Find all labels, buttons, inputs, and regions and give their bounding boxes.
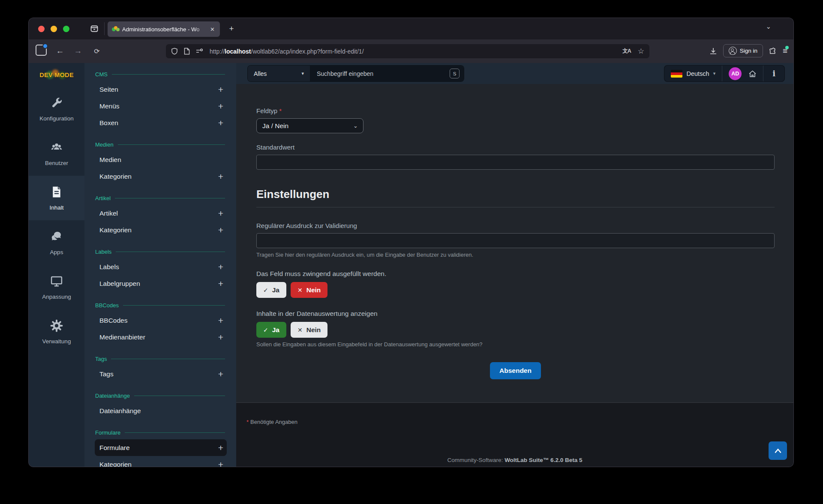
menu-item-medienanbieter[interactable]: Medienanbieter+: [95, 329, 227, 345]
menu-section-labels: LabelsLabels+Labelgruppen+: [84, 247, 236, 292]
menu-add-icon[interactable]: +: [218, 315, 223, 326]
tab-manager-icon[interactable]: [36, 45, 47, 56]
menu-section-title: Medien: [95, 141, 114, 148]
menu-item-kategorien[interactable]: Kategorien+: [95, 168, 227, 185]
shield-icon[interactable]: [171, 48, 178, 55]
minimize-window-button[interactable]: [51, 26, 57, 32]
stats-no-button[interactable]: ✕ Nein: [291, 322, 327, 338]
url-text[interactable]: http://localhost/woltlab62/acp/index.php…: [210, 48, 618, 55]
sidebar-item-konfiguration[interactable]: Konfiguration: [29, 87, 84, 131]
language-label: Deutsch: [686, 70, 709, 77]
menu-item-menüs[interactable]: Menüs+: [95, 98, 227, 114]
menu-add-icon[interactable]: +: [218, 459, 223, 467]
back-button[interactable]: ←: [53, 44, 67, 58]
downloads-icon[interactable]: [709, 47, 717, 55]
menu-item-seiten[interactable]: Seiten+: [95, 81, 227, 98]
menu-item-label: Dateianhänge: [99, 407, 223, 415]
extensions-puzzle-icon[interactable]: [769, 47, 777, 55]
menu-add-icon[interactable]: +: [218, 118, 223, 128]
menu-add-icon[interactable]: +: [218, 101, 223, 111]
list-all-tabs-icon[interactable]: ⌄: [766, 23, 771, 30]
hamburger-menu-icon[interactable]: ≡: [783, 46, 787, 56]
new-tab-button[interactable]: +: [225, 23, 238, 35]
info-icon[interactable]: i: [770, 69, 778, 78]
menu-item-kategorien[interactable]: Kategorien+: [95, 456, 227, 467]
language-dropdown[interactable]: Deutsch ▾: [664, 66, 722, 81]
menu-add-icon[interactable]: +: [218, 171, 223, 182]
chevron-down-icon: ⌄: [353, 123, 358, 129]
menu-add-icon[interactable]: +: [218, 84, 223, 95]
home-icon[interactable]: [748, 70, 757, 78]
menu-item-labels[interactable]: Labels+: [95, 258, 227, 275]
close-tab-icon[interactable]: ✕: [209, 26, 216, 33]
menu-item-artikel[interactable]: Artikel+: [95, 205, 227, 222]
menu-item-formulare[interactable]: Formulare+: [95, 439, 227, 456]
menu-add-icon[interactable]: +: [218, 332, 223, 342]
sidebar-item-apps[interactable]: Apps: [29, 220, 84, 265]
menu-section-tags: TagsTags+: [84, 354, 236, 382]
forward-button[interactable]: →: [71, 44, 85, 58]
sidebar-item-label: Apps: [50, 249, 63, 255]
menu-section-header: Tags: [95, 354, 225, 363]
required-no-button[interactable]: ✕ Nein: [291, 282, 327, 298]
menu-item-dateianhänge[interactable]: Dateianhänge: [95, 402, 227, 419]
firefox-view-icon[interactable]: [88, 23, 101, 35]
menu-section-dateianhänge: DateianhängeDateianhänge: [84, 391, 236, 419]
browser-tab[interactable]: Administrationsoberfläche - Wo ✕: [108, 21, 220, 37]
menu-item-labelgruppen[interactable]: Labelgruppen+: [95, 275, 227, 292]
translate-icon[interactable]: 文A: [622, 48, 631, 55]
feldtyp-select[interactable]: Ja / Nein ⌄: [256, 118, 363, 133]
avatar[interactable]: AD: [729, 67, 742, 80]
required-asterisk: *: [279, 107, 282, 114]
menu-item-label: Medienanbieter: [99, 333, 218, 341]
sidebar-item-label: Konfiguration: [39, 115, 74, 122]
search-scope-dropdown[interactable]: Alles ▾: [248, 66, 310, 81]
submit-button[interactable]: Absenden: [490, 362, 541, 379]
stats-yes-button[interactable]: ✓ Ja: [256, 322, 286, 338]
permissions-icon[interactable]: [196, 48, 204, 54]
menu-add-icon[interactable]: +: [218, 279, 223, 289]
menu-item-medien[interactable]: Medien: [95, 151, 227, 168]
cross-icon: ✕: [297, 287, 303, 294]
menu-section-title: CMS: [95, 71, 108, 78]
menu-section-cms: CMSSeiten+Menüs+Boxen+: [84, 70, 236, 131]
menu-item-label: Formulare: [99, 444, 218, 452]
menu-item-boxen[interactable]: Boxen+: [95, 114, 227, 131]
standardwert-input[interactable]: [256, 155, 775, 170]
sign-in-button[interactable]: Sign in: [723, 44, 763, 57]
menu-item-kategorien[interactable]: Kategorien+: [95, 222, 227, 238]
menu-add-icon[interactable]: +: [218, 443, 223, 453]
form-content: Feldtyp* Ja / Nein ⌄ Standardwert Einste…: [236, 84, 793, 402]
menu-item-label: Seiten: [99, 86, 218, 93]
url-bar[interactable]: http://localhost/woltlab62/acp/index.php…: [166, 44, 649, 58]
scroll-to-top-button[interactable]: [769, 441, 787, 460]
sidebar-item-verwaltung[interactable]: Verwaltung: [29, 309, 84, 354]
menu-add-icon[interactable]: +: [218, 262, 223, 272]
menu-section-title: Dateianhänge: [95, 393, 130, 399]
required-yes-button[interactable]: ✓ Ja: [256, 282, 286, 298]
german-flag-icon: [671, 70, 682, 78]
reload-button[interactable]: ⟳: [90, 44, 104, 58]
menu-item-tags[interactable]: Tags+: [95, 366, 227, 382]
menu-add-icon[interactable]: +: [218, 369, 223, 379]
maximize-window-button[interactable]: [63, 26, 69, 32]
page-icon[interactable]: [184, 48, 190, 55]
sidebar-item-inhalt[interactable]: Inhalt: [29, 176, 84, 220]
menu-section-title: Tags: [95, 356, 107, 362]
bookmark-star-icon[interactable]: ☆: [638, 47, 644, 56]
search-input[interactable]: [316, 70, 450, 78]
search-bar: Alles ▾ S: [248, 66, 464, 81]
close-window-button[interactable]: [38, 26, 45, 32]
sidebar-item-anpassung[interactable]: Anpassung: [29, 265, 84, 309]
sidebar-item-benutzer[interactable]: Benutzer: [29, 131, 84, 176]
required-question: Das Feld muss zwingend ausgefüllt werden…: [256, 270, 775, 278]
menu-add-icon[interactable]: +: [218, 225, 223, 235]
menu-item-label: Artikel: [99, 210, 218, 217]
menu-add-icon[interactable]: +: [218, 208, 223, 219]
required-note: *Benötigte Angaben: [246, 419, 297, 425]
menu-section-title: Labels: [95, 249, 111, 255]
menu-item-bbcodes[interactable]: BBCodes+: [95, 312, 227, 329]
divider: [115, 198, 225, 198]
secondary-menu: CMSSeiten+Menüs+Boxen+MedienMedienKatego…: [84, 63, 236, 467]
regex-input[interactable]: [256, 233, 775, 248]
